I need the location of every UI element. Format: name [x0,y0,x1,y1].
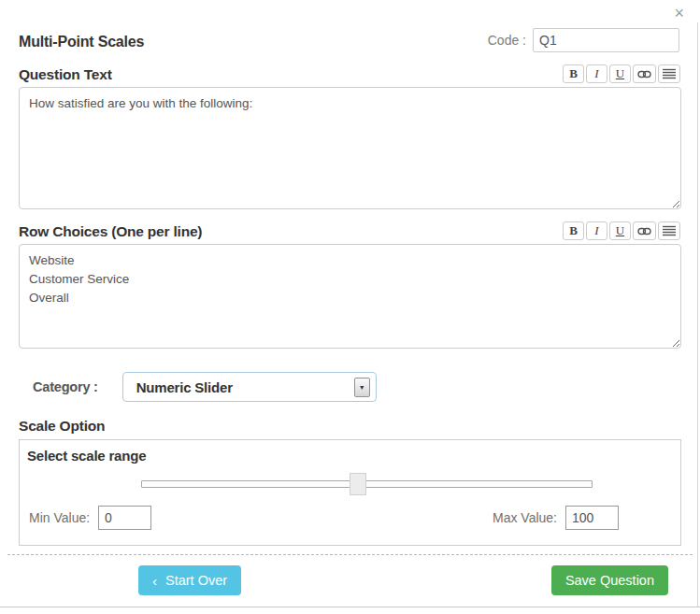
min-value-label: Min Value: [29,510,90,525]
underline-button[interactable]: U [609,64,631,83]
justify-button[interactable] [658,64,680,83]
scale-option-heading: Scale Option [19,418,700,435]
row-choices-input[interactable]: Website Customer Service Overall [19,244,681,349]
link-icon [637,70,651,79]
question-text-heading: Question Text [19,66,112,83]
bold-button[interactable]: B [563,64,584,83]
min-max-row: Min Value: Max Value: [29,506,619,530]
page-title: Multi-Point Scales [19,34,144,50]
category-label: Category : [33,379,98,394]
link-icon [637,227,651,236]
chevron-left-icon: ‹ [152,574,157,588]
bold-button[interactable]: B [563,221,584,240]
category-row: Category : Numeric Slider ▼ [33,372,700,402]
close-icon[interactable]: × [674,5,684,21]
question-text-input[interactable]: How satisfied are you with the following… [19,87,681,209]
question-text-toolbar: B I U [563,64,680,83]
save-question-button[interactable]: Save Question [551,565,668,595]
row-choices-toolbar: B I U [563,221,680,240]
min-value-input[interactable] [98,506,151,530]
chevron-down-icon[interactable]: ▼ [354,378,370,397]
link-button[interactable] [633,221,656,240]
code-field-group: Code : [488,28,679,52]
row-choices-heading: Row Choices (One per line) [19,223,202,240]
start-over-label: Start Over [165,573,227,588]
dialog-header: Multi-Point Scales Code : [0,0,700,52]
select-scale-range-heading: Select scale range [27,448,680,464]
justify-icon [663,68,676,79]
start-over-button[interactable]: ‹ Start Over [138,565,241,595]
min-value-group: Min Value: [29,506,151,530]
scale-slider-track[interactable] [141,480,593,488]
category-selected-value: Numeric Slider [136,379,233,395]
italic-button[interactable]: I [586,221,607,240]
italic-button[interactable]: I [586,64,607,83]
max-value-label: Max Value: [493,510,557,525]
max-value-input[interactable] [565,506,619,530]
justify-button[interactable] [658,221,680,240]
code-label: Code : [488,33,526,48]
code-input[interactable] [533,28,679,52]
underline-button[interactable]: U [609,221,631,240]
link-button[interactable] [633,64,656,83]
scale-range-panel: Select scale range Min Value: Max Value: [19,439,681,546]
category-select[interactable]: Numeric Slider ▼ [122,372,377,402]
justify-icon [663,225,676,236]
save-question-label: Save Question [565,573,654,588]
row-choices-section-header: Row Choices (One per line) B I U [0,221,700,240]
footer: ‹ Start Over Save Question [0,555,700,595]
dialog-bottom-border [0,607,700,607]
question-text-section-header: Question Text B I U [0,64,700,83]
slider-handle[interactable] [350,473,366,495]
dialog-right-border [697,22,698,607]
max-value-group: Max Value: [493,506,619,530]
question-editor-dialog: × Multi-Point Scales Code : Question Tex… [0,0,700,614]
